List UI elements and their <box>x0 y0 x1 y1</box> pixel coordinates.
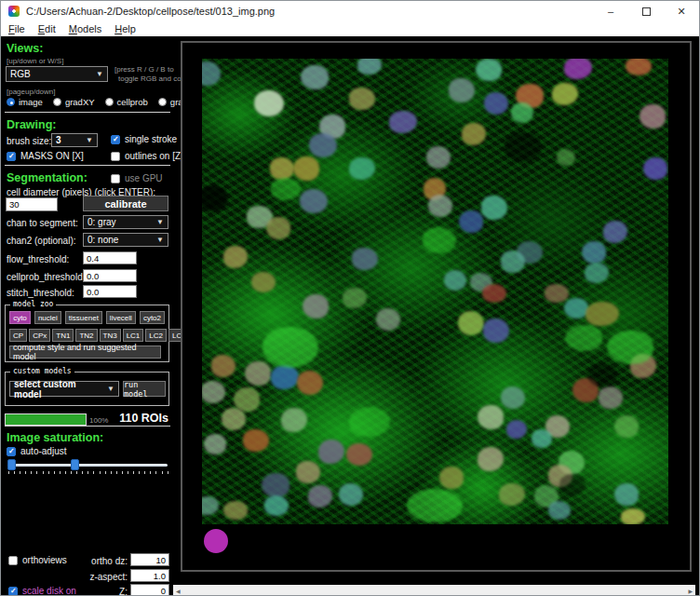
cell-mask <box>301 65 329 89</box>
model-button-cpx[interactable]: CPx <box>29 329 50 342</box>
scale-disk <box>204 529 228 553</box>
z-input[interactable]: 0 <box>130 584 169 596</box>
outlines-on-checkbox-row[interactable]: outlines on [Z] <box>111 151 183 161</box>
model-button-nuclei[interactable]: nuclei <box>34 311 61 324</box>
model-button-cyto2[interactable]: cyto2 <box>140 311 165 324</box>
slider-tick <box>31 471 32 474</box>
slider-tick <box>100 471 101 474</box>
cell-mask <box>309 133 337 157</box>
view-dropdown[interactable]: RGB ▼ <box>6 66 108 82</box>
cellpose-window: C:/Users/Achuan-2/Desktop/cellpose/test/… <box>0 0 700 596</box>
masks-on-label: MASKS ON [X] <box>20 151 84 161</box>
cell-mask <box>506 420 527 439</box>
masks-on-checkbox[interactable] <box>7 152 16 161</box>
menu-item-file[interactable]: File <box>1 23 32 34</box>
view-radio-row: imagegradXYcellprobgradZ <box>7 97 172 107</box>
stitch-threshold-input[interactable]: 0.0 <box>83 285 137 298</box>
z-aspect-input[interactable]: 1.0 <box>130 569 169 582</box>
saturation-slider-handle-low[interactable] <box>7 459 16 470</box>
custom-model-dropdown[interactable]: select custom model ▼ <box>9 381 119 397</box>
cell-mask <box>251 272 276 292</box>
chan2-dropdown[interactable]: 0: none ▼ <box>83 233 168 247</box>
radio-icon[interactable] <box>53 98 61 106</box>
custom-models-legend: custom models <box>10 367 74 375</box>
model-button-lc2[interactable]: LC2 <box>145 329 167 342</box>
close-button[interactable]: ✕ <box>664 1 699 21</box>
auto-adjust-checkbox-row[interactable]: auto-adjust <box>7 446 66 456</box>
chevron-down-icon: ▼ <box>82 136 93 144</box>
maximize-button[interactable] <box>628 1 664 21</box>
microscopy-image[interactable] <box>202 59 668 524</box>
cell-mask <box>349 88 375 110</box>
orthoviews-checkbox-row[interactable]: orthoviews <box>8 555 67 565</box>
radio-icon[interactable] <box>158 98 167 106</box>
image-viewport[interactable] <box>181 41 692 572</box>
model-button-lc1[interactable]: LC1 <box>123 329 144 342</box>
single-stroke-checkbox[interactable] <box>111 135 120 144</box>
model-button-cp[interactable]: CP <box>9 329 27 342</box>
slider-tick <box>65 471 66 474</box>
scale-disk-checkbox[interactable] <box>8 587 18 596</box>
brush-size-label: brush size: <box>7 136 51 146</box>
cell-mask <box>243 429 269 452</box>
single-stroke-checkbox-row[interactable]: single stroke <box>111 134 177 144</box>
cell-mask <box>565 325 602 351</box>
view-radio-gradXY[interactable]: gradXY <box>53 97 95 107</box>
cell-mask <box>346 443 372 466</box>
menu-item-models[interactable]: Models <box>62 23 108 34</box>
calibrate-button[interactable]: calibrate <box>83 196 168 211</box>
scroll-left-icon[interactable]: ◀ <box>173 588 183 594</box>
cell-mask <box>349 157 375 180</box>
saturation-slider-handle-high[interactable] <box>71 459 79 470</box>
saturation-slider[interactable] <box>7 464 168 467</box>
menu-item-help[interactable]: Help <box>108 23 142 34</box>
menu-item-edit[interactable]: Edit <box>32 23 62 34</box>
cellprob-threshold-label: cellprob_threshold: <box>7 272 86 282</box>
chan-segment-dropdown[interactable]: 0: gray ▼ <box>83 215 168 229</box>
brush-size-dropdown[interactable]: 3 ▼ <box>51 133 98 147</box>
slider-tick <box>168 471 168 474</box>
horizontal-scrollbar[interactable]: ◀ ▶ <box>173 585 695 596</box>
segmentation-header: Segmentation: <box>7 171 88 184</box>
model-button-tn3[interactable]: TN3 <box>100 329 121 342</box>
auto-adjust-checkbox[interactable] <box>7 447 16 456</box>
use-gpu-checkbox[interactable] <box>111 174 120 183</box>
custom-model-value: select custom model <box>14 379 103 400</box>
cell-mask <box>262 473 289 497</box>
window-title: C:/Users/Achuan-2/Desktop/cellpose/test/… <box>26 6 275 17</box>
suggest-model-button[interactable]: compute style and run suggested model <box>9 345 161 359</box>
cell-mask <box>202 496 219 515</box>
cell-mask <box>582 241 606 264</box>
radio-icon[interactable] <box>105 98 114 106</box>
flow-threshold-input[interactable]: 0.4 <box>83 251 137 264</box>
ortho-dz-input[interactable]: 10 <box>130 553 169 566</box>
cellprob-threshold-input[interactable]: 0.0 <box>83 269 137 282</box>
cell-mask <box>343 288 367 308</box>
cell-mask <box>293 156 319 181</box>
model-button-tn2[interactable]: TN2 <box>75 329 97 342</box>
view-radio-image[interactable]: image <box>7 97 43 107</box>
masks-on-checkbox-row[interactable]: MASKS ON [X] <box>7 151 84 161</box>
model-button-tn1[interactable]: TN1 <box>52 329 74 342</box>
minimize-button[interactable]: – <box>593 1 628 21</box>
scroll-right-icon[interactable]: ▶ <box>685 588 695 594</box>
cell-mask <box>482 284 506 303</box>
orthoviews-checkbox[interactable] <box>8 556 18 565</box>
model-zoo-legend: model zoo <box>10 300 56 308</box>
model-button-tissuenet[interactable]: tissuenet <box>65 311 102 324</box>
cell-mask <box>202 381 225 403</box>
run-model-button[interactable]: run model <box>123 381 166 397</box>
model-button-livecell[interactable]: livecell <box>106 311 136 324</box>
slider-ticks <box>8 471 168 475</box>
ortho-dz-label: ortho dz: <box>62 556 128 566</box>
radio-icon[interactable] <box>7 98 15 106</box>
outlines-on-checkbox[interactable] <box>111 152 120 161</box>
use-gpu-checkbox-row[interactable]: use GPU <box>111 173 163 183</box>
view-radio-cellprob[interactable]: cellprob <box>105 97 148 107</box>
model-button-cyto[interactable]: cyto <box>9 311 31 324</box>
slider-tick <box>150 471 151 474</box>
orthoviews-label: orthoviews <box>22 555 67 565</box>
cell-diameter-input[interactable]: 30 <box>6 197 58 211</box>
cell-mask <box>603 221 627 243</box>
slider-tick <box>48 471 49 474</box>
